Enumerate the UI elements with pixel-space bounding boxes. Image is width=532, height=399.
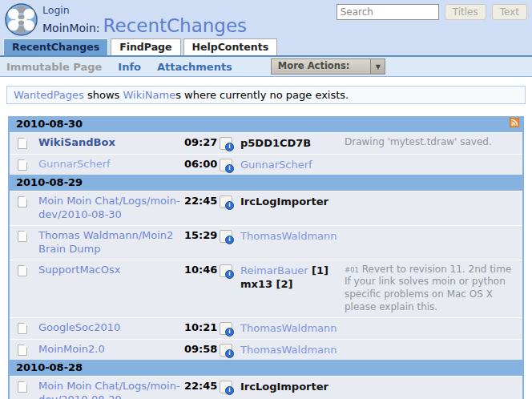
- page-link[interactable]: Thomas Waldmann/Moin2 Brain Dump: [38, 229, 181, 256]
- page-link[interactable]: GoogleSoc2010: [38, 321, 181, 335]
- editor-line: GunnarScherf: [240, 158, 341, 172]
- info-badge-icon: i: [225, 201, 234, 210]
- info-icon[interactable]: i: [220, 264, 232, 277]
- editor-line: p5DD1CD7B: [240, 136, 341, 151]
- page-icon: [18, 196, 27, 208]
- editor-cell: ThomasWaldmann: [240, 321, 341, 336]
- page-icon: [18, 159, 27, 171]
- comment-cell: Drawing 'mytest.tdraw' saved.: [345, 136, 519, 149]
- info-icon[interactable]: i: [220, 322, 232, 335]
- change-row: Moin Moin Chat/Logs/moin-dev/2010-08-302…: [10, 191, 522, 225]
- editor-cell: p5DD1CD7B: [240, 136, 341, 151]
- tab-bar: RecentChanges FindPage HelpContents: [0, 38, 532, 57]
- info-badge-icon: i: [225, 236, 234, 244]
- editor-link[interactable]: ThomasWaldmann: [240, 344, 337, 356]
- editor-line: ThomasWaldmann: [240, 229, 341, 244]
- editor-link[interactable]: ReimarBauer: [240, 264, 308, 276]
- info-message: WantedPages shows WikiNames where curren…: [6, 86, 526, 104]
- info-icon[interactable]: i: [220, 344, 232, 357]
- editor-cell: ThomasWaldmann: [240, 343, 341, 357]
- site-name: MoinMoin:: [42, 22, 100, 34]
- page-link[interactable]: Moin Moin Chat/Logs/moin-dev/2010-08-29: [38, 380, 181, 399]
- rss-feed-icon[interactable]: [510, 118, 519, 127]
- info-icon[interactable]: i: [220, 159, 232, 171]
- more-actions-dropdown[interactable]: More Actions: ▼: [271, 58, 386, 75]
- immutable-page-label: Immutable Page: [6, 61, 102, 73]
- page-icon: [18, 265, 27, 276]
- login-link[interactable]: Login: [42, 4, 70, 16]
- editor-cell: IrcLogImporter: [240, 195, 341, 209]
- editor-link[interactable]: ThomasWaldmann: [240, 230, 337, 242]
- editor-line: IrcLogImporter: [240, 195, 341, 209]
- edit-time: 06:00: [184, 158, 216, 170]
- moinmoin-logo-icon[interactable]: [5, 3, 38, 36]
- editor-name: IrcLogImporter: [240, 381, 328, 393]
- page-link[interactable]: WikiSandBox: [38, 136, 181, 150]
- action-bar: Immutable Page Info Attachments More Act…: [0, 57, 532, 77]
- comment-text: Drawing 'mytest.tdraw' saved.: [345, 136, 492, 147]
- date-header: 2010-08-29: [10, 175, 522, 191]
- edit-time: 09:27: [184, 136, 216, 148]
- tab-recentchanges[interactable]: RecentChanges: [3, 38, 108, 55]
- page-title: RecentChanges: [103, 15, 248, 36]
- info-badge-icon: i: [225, 328, 234, 337]
- change-row: Moin Moin Chat/Logs/moin-dev/2010-08-292…: [10, 376, 522, 399]
- page-icon: [18, 323, 27, 334]
- comment-cell: #01 Revert to revision 11. 2nd time If y…: [345, 264, 519, 314]
- info-icon[interactable]: i: [220, 230, 232, 243]
- editor-link[interactable]: ThomasWaldmann: [240, 322, 337, 334]
- comment-number: #01: [345, 266, 359, 274]
- info-link[interactable]: Info: [118, 61, 141, 73]
- info-icon[interactable]: i: [220, 137, 232, 150]
- date-header: 2010-08-30: [10, 116, 522, 132]
- edit-time: 15:29: [184, 229, 216, 241]
- comment-text: Revert to revision 11. 2nd time If your …: [345, 264, 511, 312]
- change-row: GunnarScherf06:00iGunnarScherf: [10, 154, 522, 175]
- page-icon: [18, 138, 27, 149]
- editor-line: ThomasWaldmann: [240, 321, 341, 336]
- editor-cell: GunnarScherf: [240, 158, 341, 172]
- date-label: 2010-08-30: [16, 118, 83, 130]
- page-link[interactable]: MoinMoin2.0: [38, 343, 181, 357]
- page-link[interactable]: GunnarScherf: [38, 158, 181, 171]
- edit-time: 10:21: [184, 321, 216, 333]
- search-input[interactable]: [337, 4, 439, 20]
- editor-name: p5DD1CD7B: [240, 137, 311, 149]
- search-text-button[interactable]: Text: [492, 4, 527, 20]
- change-row: WikiSandBox09:27ip5DD1CD7BDrawing 'mytes…: [10, 132, 522, 154]
- info-icon[interactable]: i: [220, 195, 232, 208]
- editor-name: [1]: [308, 264, 328, 276]
- search-bar: Titles Text: [337, 4, 527, 20]
- tab-helpcontents[interactable]: HelpContents: [183, 38, 278, 55]
- info-badge-icon: i: [225, 270, 234, 279]
- editor-cell: ThomasWaldmann: [240, 229, 341, 244]
- changes-table: 2010-08-30WikiSandBox09:27ip5DD1CD7BDraw…: [8, 116, 524, 399]
- page-link[interactable]: SupportMacOsx: [38, 264, 181, 277]
- date-label: 2010-08-29: [16, 176, 83, 188]
- dropdown-arrow-icon[interactable]: ▼: [370, 59, 385, 74]
- editor-cell: ReimarBauer [1]mx13 [2]: [240, 264, 341, 292]
- editor-name: IrcLogImporter: [240, 195, 328, 208]
- tab-findpage[interactable]: FindPage: [111, 38, 180, 55]
- page-icon: [18, 231, 27, 242]
- more-actions-label: More Actions:: [272, 59, 371, 74]
- attachments-link[interactable]: Attachments: [157, 61, 232, 73]
- search-titles-button[interactable]: Titles: [445, 4, 486, 20]
- wantedpages-link[interactable]: WantedPages: [14, 89, 84, 101]
- editor-link[interactable]: GunnarScherf: [240, 159, 312, 171]
- change-row: MoinMoin2.009:58iThomasWaldmann: [10, 339, 522, 361]
- header: Login MoinMoin:RecentChanges Titles Text: [0, 0, 532, 38]
- edit-time: 22:45: [184, 380, 216, 392]
- edit-time: 09:58: [184, 343, 216, 355]
- info-badge-icon: i: [225, 164, 234, 173]
- change-row: SupportMacOsx10:46iReimarBauer [1]mx13 […: [10, 260, 522, 317]
- info-icon[interactable]: i: [220, 381, 232, 393]
- editor-line: ReimarBauer [1]: [240, 264, 341, 278]
- page-link[interactable]: Moin Moin Chat/Logs/moin-dev/2010-08-30: [38, 195, 181, 222]
- date-label: 2010-08-28: [16, 361, 83, 373]
- edit-time: 22:45: [184, 195, 216, 207]
- page-icon: [18, 345, 27, 356]
- page-icon: [18, 381, 27, 393]
- wikiname-link[interactable]: WikiName: [123, 89, 175, 101]
- message-text: shows: [84, 89, 123, 101]
